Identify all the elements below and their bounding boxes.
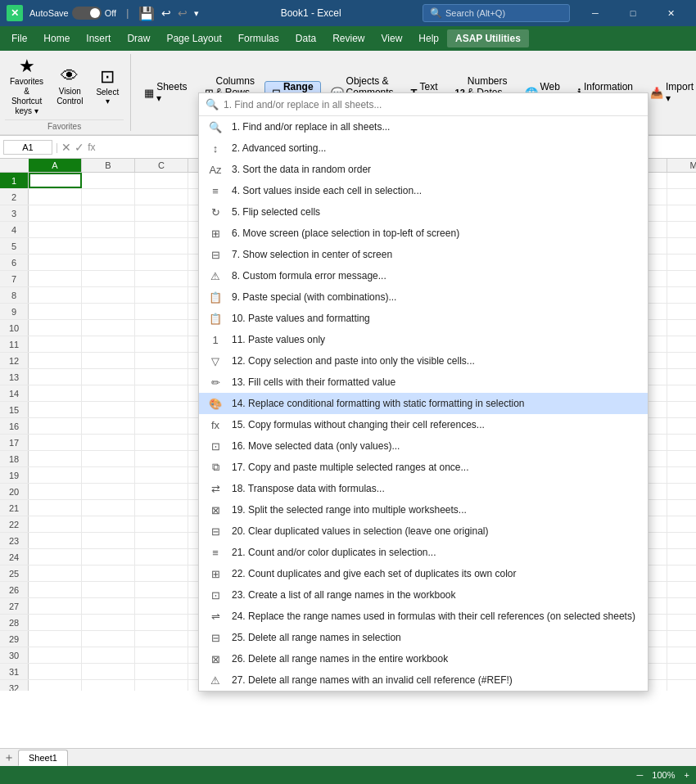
menu-pagelayout[interactable]: Page Layout [158,29,229,47]
dropdown-item-2[interactable]: ↕2. Advanced sorting... [199,137,648,159]
sheet-tab-sheet1[interactable]: Sheet1 [18,750,68,766]
cell-M26[interactable] [667,582,696,597]
dropdown-item-21[interactable]: ≡21. Count and/or color duplicates in se… [199,542,648,563]
cell-A8[interactable] [29,287,82,303]
cell-M18[interactable] [667,451,696,466]
dropdown-item-6[interactable]: ⊞6. Move screen (place selection in top-… [199,223,648,244]
dropdown-item-7[interactable]: ⊟7. Show selection in center of screen [199,244,648,265]
cell-M16[interactable] [667,418,696,434]
cell-M8[interactable] [667,287,696,303]
menu-file[interactable]: File [3,29,35,47]
cell-M21[interactable] [667,500,696,516]
cell-B13[interactable] [82,369,135,385]
cell-M25[interactable] [667,565,696,581]
dropdown-item-8[interactable]: ⚠8. Custom formula error message... [199,265,648,286]
cell-C17[interactable] [135,435,188,450]
cell-M12[interactable] [667,353,696,368]
dropdown-item-17[interactable]: ⧉17. Copy and paste multiple selected ra… [199,457,648,478]
cell-M29[interactable] [667,631,696,647]
dropdown-item-14[interactable]: 🎨14. Replace conditional formatting with… [199,393,648,414]
cell-B28[interactable] [82,615,135,630]
add-sheet-button[interactable]: ＋ [3,750,15,765]
menu-insert[interactable]: Insert [78,29,119,47]
cell-M27[interactable] [667,598,696,614]
cell-C4[interactable] [135,222,188,237]
cell-C12[interactable] [135,353,188,368]
cell-A10[interactable] [29,320,82,336]
cell-C11[interactable] [135,336,188,352]
cell-M15[interactable] [667,402,696,417]
cell-M11[interactable] [667,336,696,352]
cell-A29[interactable] [29,631,82,647]
dropdown-item-9[interactable]: 📋9. Paste special (with combinations)... [199,286,648,308]
cell-B23[interactable] [82,533,135,548]
cell-A1[interactable] [29,173,82,188]
dropdown-search-input[interactable] [224,99,641,110]
cell-M19[interactable] [667,467,696,483]
cell-B15[interactable] [82,402,135,417]
confirm-formula-icon[interactable]: ✓ [75,141,84,154]
cell-A15[interactable] [29,402,82,417]
cell-A18[interactable] [29,451,82,466]
cell-M5[interactable] [667,238,696,254]
cell-M20[interactable] [667,484,696,499]
cell-C9[interactable] [135,304,188,319]
cell-M32[interactable] [667,680,696,691]
cell-A31[interactable] [29,664,82,679]
vision-control-button[interactable]: 👁 VisionControl [52,64,88,108]
menu-formulas[interactable]: Formulas [230,29,287,47]
cell-C15[interactable] [135,402,188,417]
cell-M17[interactable] [667,435,696,450]
menu-draw[interactable]: Draw [119,29,158,47]
dropdown-item-10[interactable]: 📋10. Paste values and formatting [199,308,648,329]
cell-A28[interactable] [29,615,82,630]
cell-B10[interactable] [82,320,135,336]
cell-C25[interactable] [135,565,188,581]
cell-A21[interactable] [29,500,82,516]
cell-M7[interactable] [667,271,696,286]
dropdown-item-26[interactable]: ⊠26. Delete all range names in the entir… [199,648,648,669]
cell-A4[interactable] [29,222,82,237]
menu-help[interactable]: Help [410,29,447,47]
cell-C5[interactable] [135,238,188,254]
cell-C2[interactable] [135,189,188,205]
zoom-in-btn[interactable]: + [685,770,689,780]
cell-C23[interactable] [135,533,188,548]
cell-B31[interactable] [82,664,135,679]
cell-C27[interactable] [135,598,188,614]
cell-C20[interactable] [135,484,188,499]
cell-B1[interactable] [82,173,135,188]
cell-A25[interactable] [29,565,82,581]
autosave-toggle[interactable] [72,7,102,20]
cell-A27[interactable] [29,598,82,614]
cell-M24[interactable] [667,549,696,565]
cell-A9[interactable] [29,304,82,319]
cell-C7[interactable] [135,271,188,286]
dropdown-item-11[interactable]: 111. Paste values only [199,329,648,350]
cell-A7[interactable] [29,271,82,286]
dropdown-item-16[interactable]: ⊡16. Move selected data (only values)... [199,435,648,457]
cell-M10[interactable] [667,320,696,336]
cell-A23[interactable] [29,533,82,548]
cell-C18[interactable] [135,451,188,466]
cell-C19[interactable] [135,467,188,483]
sheets-button[interactable]: ▦ Sheets ▾ [137,81,194,104]
cell-M1[interactable] [667,173,696,188]
cell-A16[interactable] [29,418,82,434]
cell-M3[interactable] [667,205,696,221]
cell-B32[interactable] [82,680,135,691]
cell-B20[interactable] [82,484,135,499]
cell-M14[interactable] [667,385,696,401]
cell-B8[interactable] [82,287,135,303]
cell-C14[interactable] [135,385,188,401]
cell-B2[interactable] [82,189,135,205]
cell-A6[interactable] [29,255,82,270]
cell-C21[interactable] [135,500,188,516]
cell-M30[interactable] [667,647,696,663]
quick-access-more[interactable]: ▾ [194,8,199,19]
cell-A2[interactable] [29,189,82,205]
save-icon[interactable]: 💾 [138,6,155,21]
dropdown-item-18[interactable]: ⇄18. Transpose data with formulas... [199,478,648,499]
cell-B11[interactable] [82,336,135,352]
maximize-button[interactable]: □ [614,0,652,26]
